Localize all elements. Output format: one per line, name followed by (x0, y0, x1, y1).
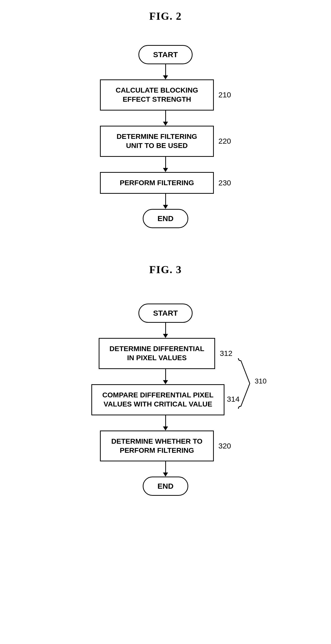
arrow-line (165, 194, 166, 205)
fig2-box210: CALCULATE BLOCKINGEFFECT STRENGTH (100, 79, 214, 111)
fig2-box230: PERFORM FILTERING (100, 172, 214, 194)
fig2-start-oval: START (138, 45, 193, 64)
fig3-title: FIG. 3 (149, 264, 182, 276)
fig2-arrow-2 (163, 111, 168, 126)
fig2-arrow-4 (163, 194, 168, 209)
arrow-line (165, 323, 166, 334)
fig3-box312-row: DETERMINE DIFFERENTIALIN PIXEL VALUES 31… (99, 338, 233, 369)
fig3-brace-310-label: 310 (255, 377, 267, 385)
arrow-line (165, 111, 166, 122)
fig2-flowchart: START CALCULATE BLOCKINGEFFECT STRENGTH … (100, 45, 231, 228)
fig2-label-230: 230 (218, 179, 231, 187)
fig3-arrow-1 (163, 323, 168, 338)
fig2-box220-row: DETERMINE FILTERINGUNIT TO BE USED 220 (100, 126, 231, 157)
arrow-line (165, 461, 166, 473)
arrow-head (163, 122, 168, 126)
arrow-head (163, 168, 168, 172)
arrow-line (165, 369, 166, 380)
arrow-head (163, 334, 168, 338)
arrow-line (165, 415, 166, 426)
fig3-label-312: 312 (220, 349, 232, 358)
fig3-start-oval: START (138, 304, 193, 323)
fig3-box314: COMPARE DIFFERENTIAL PIXELVALUES WITH CR… (91, 384, 224, 415)
arrow-head (163, 473, 168, 477)
fig3-label-320: 320 (218, 442, 231, 450)
fig3-box312: DETERMINE DIFFERENTIALIN PIXEL VALUES (99, 338, 215, 369)
fig2-label-220: 220 (218, 137, 231, 145)
fig2-title: FIG. 2 (149, 10, 182, 22)
fig3-box314-row: COMPARE DIFFERENTIAL PIXELVALUES WITH CR… (91, 384, 239, 415)
fig3-arrow-312-314 (163, 369, 168, 384)
arrow-head (163, 380, 168, 384)
fig2-box230-row: PERFORM FILTERING 230 (100, 172, 231, 194)
page: FIG. 2 START CALCULATE BLOCKINGEFFECT ST… (0, 0, 331, 644)
arrow-line (165, 157, 166, 168)
fig2-box220: DETERMINE FILTERINGUNIT TO BE USED (100, 126, 214, 157)
fig3-flowchart: START DETERMINE DIFFERENTIALIN PIXEL VAL… (91, 304, 239, 496)
fig2-arrow-3 (163, 157, 168, 172)
fig3-end-oval: END (143, 477, 188, 496)
arrow-head (163, 426, 168, 431)
arrow-line (165, 64, 166, 75)
brace-svg (237, 358, 252, 409)
fig3-brace-group: DETERMINE DIFFERENTIALIN PIXEL VALUES 31… (91, 338, 239, 415)
fig3-box320: DETERMINE WHETHER TOPERFORM FILTERING (100, 431, 214, 462)
fig2-end-oval: END (143, 209, 188, 228)
fig2-label-210: 210 (218, 91, 231, 99)
arrow-head (163, 75, 168, 79)
fig2-arrow-1 (163, 64, 168, 79)
arrow-head (163, 205, 168, 209)
fig3-box320-row: DETERMINE WHETHER TOPERFORM FILTERING 32… (100, 431, 231, 462)
fig3-arrow-2 (163, 415, 168, 431)
fig3-arrow-3 (163, 461, 168, 477)
fig2-box210-row: CALCULATE BLOCKINGEFFECT STRENGTH 210 (100, 79, 231, 111)
